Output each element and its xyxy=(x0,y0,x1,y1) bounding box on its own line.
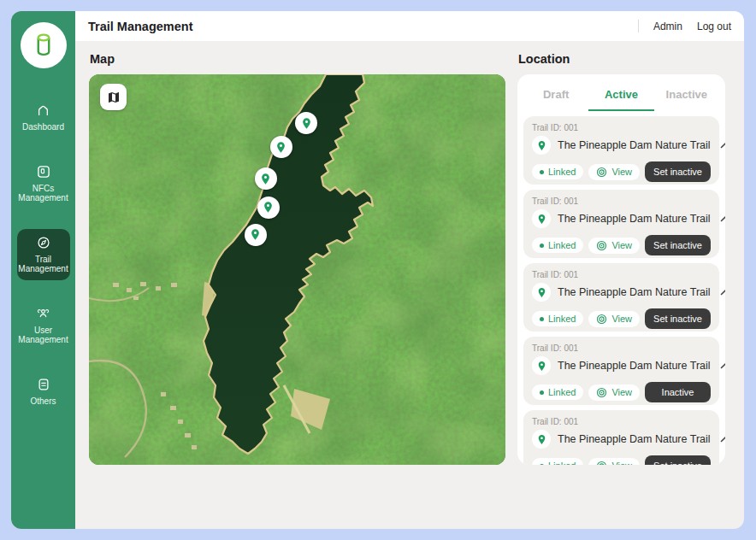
eye-icon xyxy=(596,167,607,178)
sidebar-item-others[interactable]: Others xyxy=(17,371,70,413)
view-button[interactable]: View xyxy=(588,458,640,466)
set-inactive-button[interactable]: Set inactive xyxy=(645,308,711,329)
linked-badge[interactable]: Linked xyxy=(532,164,583,179)
map-canvas[interactable] xyxy=(89,74,505,465)
linked-badge[interactable]: Linked xyxy=(532,238,583,253)
trail-id: Trail ID: 001 xyxy=(532,343,711,353)
logo-cylinder-icon xyxy=(31,31,56,60)
linked-dot-icon xyxy=(540,244,544,248)
logout-link[interactable]: Log out xyxy=(697,21,731,32)
place-pin-icon xyxy=(249,228,262,241)
sidebar-item-label: User Management xyxy=(18,326,68,345)
view-button[interactable]: View xyxy=(588,164,640,180)
view-button[interactable]: View xyxy=(588,311,640,327)
trail-id: Trail ID: 001 xyxy=(532,417,711,426)
linked-badge[interactable]: Linked xyxy=(532,311,583,326)
location-section: Location Draft Active Inactive Trail ID:… xyxy=(517,50,725,529)
place-pin-icon xyxy=(262,201,275,214)
topbar-divider xyxy=(638,20,639,32)
trail-map-pin[interactable] xyxy=(270,136,292,158)
trail-name: The Pineapple Dam Nature Trail xyxy=(558,286,711,298)
eye-icon xyxy=(596,461,607,466)
linked-badge[interactable]: Linked xyxy=(532,458,583,465)
sidebar-item-user-management[interactable]: User Management xyxy=(17,300,70,351)
chevron-up-icon[interactable] xyxy=(718,139,725,151)
linked-badge[interactable]: Linked xyxy=(532,384,583,400)
trail-map-pin[interactable] xyxy=(255,167,277,190)
place-pin-icon xyxy=(259,173,272,185)
tab-draft[interactable]: Draft xyxy=(523,80,588,111)
linked-label: Linked xyxy=(548,387,576,397)
linked-dot-icon xyxy=(540,390,544,395)
sidebar: Dashboard NFCs Management Trail Manageme… xyxy=(11,11,75,529)
view-label: View xyxy=(611,387,632,397)
trail-pin-badge xyxy=(532,356,551,375)
linked-dot-icon xyxy=(540,317,544,321)
linked-label: Linked xyxy=(548,167,576,177)
place-pin-icon xyxy=(536,361,547,372)
place-pin-icon xyxy=(300,117,313,130)
trail-pin-badge xyxy=(532,430,551,449)
location-heading: Location xyxy=(518,52,725,66)
place-pin-icon xyxy=(536,434,547,445)
nfc-card-icon xyxy=(36,164,51,179)
trail-pin-badge xyxy=(532,136,551,155)
chevron-up-icon[interactable] xyxy=(718,213,725,225)
chevron-up-icon[interactable] xyxy=(718,286,725,298)
main-area: Trail Management Admin Log out Map xyxy=(75,11,744,529)
sidebar-item-label: Trail Management xyxy=(18,255,68,274)
location-tabs: Draft Active Inactive xyxy=(523,80,719,111)
set-inactive-button[interactable]: Set inactive xyxy=(645,235,711,255)
sidebar-item-dashboard[interactable]: Dashboard xyxy=(17,97,70,138)
trail-id: Trail ID: 001 xyxy=(532,270,711,279)
view-button[interactable]: View xyxy=(588,384,640,401)
admin-menu-link[interactable]: Admin xyxy=(653,21,682,32)
place-pin-icon xyxy=(536,214,547,225)
map-heading: Map xyxy=(90,52,505,66)
eye-icon xyxy=(596,387,607,398)
trail-card: Trail ID: 001 The Pineapple Dam Nature T… xyxy=(523,410,719,465)
topbar: Trail Management Admin Log out xyxy=(75,11,744,41)
trail-name: The Pineapple Dam Nature Trail xyxy=(558,213,711,225)
view-label: View xyxy=(611,167,632,177)
trail-name: The Pineapple Dam Nature Trail xyxy=(558,139,711,151)
trail-card: Trail ID: 001 The Pineapple Dam Nature T… xyxy=(523,190,719,258)
page-title: Trail Management xyxy=(88,20,192,33)
location-panel: Draft Active Inactive Trail ID: 001 The … xyxy=(517,74,725,465)
linked-label: Linked xyxy=(548,461,576,465)
sidebar-nav: Dashboard NFCs Management Trail Manageme… xyxy=(11,97,75,412)
set-inactive-button[interactable]: Set inactive xyxy=(645,455,711,465)
place-pin-icon xyxy=(536,140,547,151)
set-inactive-button[interactable]: Set inactive xyxy=(645,161,711,182)
app-logo xyxy=(21,22,67,68)
view-label: View xyxy=(611,461,632,465)
sidebar-item-label: NFCs Management xyxy=(18,184,68,203)
map-layers-button[interactable] xyxy=(100,84,127,110)
compass-icon xyxy=(36,235,51,250)
map-section: Map xyxy=(89,50,505,529)
inactive-button[interactable]: Inactive xyxy=(645,382,711,402)
linked-dot-icon xyxy=(540,170,544,174)
sidebar-item-trail-management[interactable]: Trail Management xyxy=(17,229,70,280)
chevron-up-icon[interactable] xyxy=(718,433,725,445)
app-window: Dashboard NFCs Management Trail Manageme… xyxy=(11,11,744,529)
linked-label: Linked xyxy=(548,314,576,324)
topbar-actions: Admin Log out xyxy=(638,20,731,32)
map-icon xyxy=(107,91,121,104)
trail-map-pin[interactable] xyxy=(245,224,267,246)
trail-id: Trail ID: 001 xyxy=(532,197,711,206)
trail-card: Trail ID: 001 The Pineapple Dam Nature T… xyxy=(523,337,719,405)
view-button[interactable]: View xyxy=(588,238,640,254)
linked-label: Linked xyxy=(548,240,576,250)
sidebar-item-nfcs-management[interactable]: NFCs Management xyxy=(17,158,70,209)
sidebar-item-label: Others xyxy=(30,396,56,407)
chevron-up-icon[interactable] xyxy=(718,360,725,372)
trail-map-pin[interactable] xyxy=(257,197,280,219)
trail-id: Trail ID: 001 xyxy=(532,123,711,132)
document-icon xyxy=(36,377,51,392)
tab-active[interactable]: Active xyxy=(588,80,653,111)
trail-map-pin[interactable] xyxy=(295,112,317,134)
tab-inactive[interactable]: Inactive xyxy=(654,80,719,111)
view-label: View xyxy=(611,240,632,250)
trail-card: Trail ID: 001 The Pineapple Dam Nature T… xyxy=(523,263,719,332)
